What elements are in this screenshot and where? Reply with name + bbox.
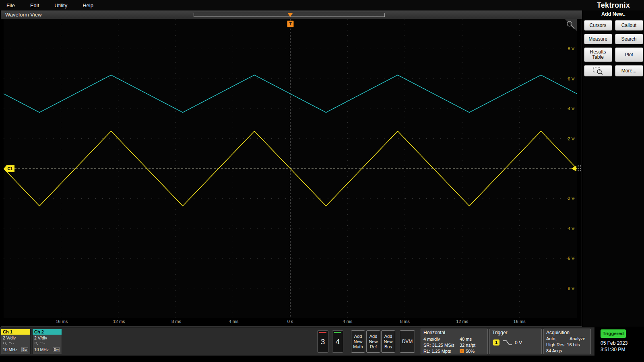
acquisition-detail: High Res: 16 bits [546,342,580,347]
add-btn-line: New [369,339,378,344]
probe-icon [34,341,39,345]
waveform-view-panel: Waveform View 8 V6 V4 V2 V-2 V-4 V-6 V-8… [1,10,582,327]
coupling-icon [40,341,45,345]
measure-button[interactable]: Measure [584,34,612,44]
trigger-source-badge: 1 [493,339,500,346]
trigger-level-value: 0 V [515,340,522,346]
ch4-button[interactable]: 4 [332,330,343,353]
ch1-bandwidth: 10 MHz [3,347,17,352]
x-tick-label: 16 ms [514,319,526,324]
ch2-scale: 2 V/div [34,335,47,340]
system-time: 3:51:30 PM [601,347,625,352]
add-new-button-grid: Cursors Callout Measure Search Results T… [583,20,644,76]
ch3-label: 3 [318,337,328,346]
zoom-icon[interactable] [566,20,576,30]
acquisition-analyze: Analyze [570,336,585,341]
add-btn-line: Add [369,334,378,339]
add-new-title: Add New.. [583,10,644,17]
ch1-icon-row [3,341,14,345]
callout-button[interactable]: Callout [615,20,643,31]
menu-edit[interactable]: Edit [30,2,39,8]
trigger-status-badge: Triggered [601,329,626,338]
acquisition-count: 84 Acqs [546,348,562,353]
horizontal-title: Horizontal [423,330,445,335]
add-new-ref-button[interactable]: Add New Ref [366,330,380,353]
more-button[interactable]: More... [615,65,643,76]
x-tick-label: -12 ms [111,319,125,324]
trigger-title: Trigger [492,330,508,335]
zoom-box-icon [593,67,603,75]
right-sidebar: Add New.. Cursors Callout Measure Search… [583,10,644,327]
trigger-position-icon: T [460,349,464,353]
acquisition-mode: Auto, [546,336,557,341]
trigger-indicator-flag[interactable]: T [287,21,294,27]
horizontal-panel[interactable]: Horizontal 4 ms/div 40 ms SR: 31.25 MS/s… [421,329,488,354]
cursors-button[interactable]: Cursors [584,20,612,31]
horizontal-record-length: RL: 1.25 Mpts [423,349,451,354]
oscilloscope-app: File Edit Utility Help Tektronix Wavefor… [0,0,644,362]
trigger-position-marker-icon[interactable] [288,13,293,17]
menu-utility[interactable]: Utility [54,2,67,8]
acquisition-panel[interactable]: Acquisition Auto, Analyze High Res: 16 b… [543,329,591,354]
add-btn-line: Math [353,344,363,350]
horizontal-scale: 4 ms/div [423,337,440,341]
horizontal-resolution: 32 ns/pt [460,343,475,348]
x-tick-label: 8 ms [400,319,410,324]
ch1-bw-limit-icon: Bw [21,347,28,352]
x-tick-label: -8 ms [170,319,181,324]
ch2-header: Ch 2 [33,329,62,335]
bottom-bar: Ch 1 2 V/div 10 MHz Bw Ch 2 2 V/div [0,327,644,356]
add-btn-line: Add [384,334,392,339]
graticule[interactable]: 8 V6 V4 V2 V-2 V-4 V-6 V-8 V T C1 [4,19,577,318]
x-tick-label: 12 ms [456,319,468,324]
ch3-color-bar [319,332,326,333]
add-btn-line: New [353,339,362,344]
add-btn-line: Bus [384,344,392,350]
menu-bar: File Edit Utility Help [0,0,644,10]
ch1-badge[interactable]: Ch 1 2 V/div 10 MHz Bw [1,329,31,354]
acquisition-title: Acquisition [546,330,570,335]
system-date: 05 Feb 2023 [601,340,627,346]
zoom-tool-button[interactable] [584,65,612,76]
add-new-math-button[interactable]: Add New Math [351,330,365,353]
x-tick-label: -16 ms [54,319,68,324]
dvm-button[interactable]: DVM [400,330,415,353]
trigger-level-arrow[interactable] [571,166,576,171]
waveform-view-header: Waveform View [1,11,582,19]
x-tick-label: 4 ms [343,319,352,324]
horizontal-sample-rate: SR: 31.25 MS/s [423,343,454,348]
waveform-canvas[interactable] [4,19,577,318]
menu-file[interactable]: File [6,2,15,8]
waveform-view-title: Waveform View [5,12,41,18]
ch3-button[interactable]: 3 [317,330,328,353]
tektronix-logo: Tektronix [583,0,644,10]
add-new-bus-button[interactable]: Add New Bus [381,330,395,353]
probe-icon [3,341,7,345]
ch2-bandwidth: 10 MHz [34,347,49,352]
panel-grip-handle[interactable] [578,163,581,173]
ch4-color-bar [334,332,341,333]
horizontal-position: 50% [466,349,475,354]
x-axis-labels: -16 ms-12 ms-8 ms-4 ms0 s4 ms8 ms12 ms16… [4,319,577,325]
menu-help[interactable]: Help [83,2,93,8]
plot-button[interactable]: Plot [615,47,643,62]
ch1-header: Ch 1 [1,329,30,335]
add-btn-line: Ref [370,344,377,350]
x-tick-label: 0 s [287,319,293,324]
coupling-icon [9,341,14,345]
ch2-badge[interactable]: Ch 2 2 V/div 10 MHz Bw [32,329,62,354]
x-tick-label: -4 ms [227,319,239,324]
ch1-scale: 2 V/div [3,335,16,340]
search-button[interactable]: Search [615,34,643,44]
add-btn-line: Add [354,334,362,339]
ch2-icon-row [34,341,45,345]
ch2-bw-limit-icon: Bw [53,347,60,352]
ch4-label: 4 [332,337,343,346]
horizontal-window: 40 ms [460,337,472,341]
add-btn-line: New [384,339,392,344]
results-table-button[interactable]: Results Table [584,47,612,62]
trigger-panel[interactable]: Trigger 1 0 V [489,329,542,354]
acquisition-overview-bar[interactable] [194,13,385,17]
dvm-label: DVM [402,339,413,344]
falling-edge-icon [503,340,512,346]
